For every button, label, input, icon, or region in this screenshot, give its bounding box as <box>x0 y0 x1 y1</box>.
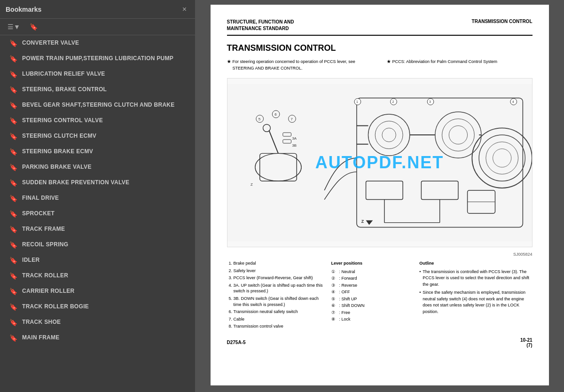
lever-label: : Reverse <box>339 282 358 289</box>
bookmark-item-sudden-brake[interactable]: 🔖 SUDDEN BRAKE PREVENTION VALVE <box>0 175 195 190</box>
bookmark-icon: 🔖 <box>9 195 17 202</box>
bookmark-icon: 🔖 <box>9 288 17 295</box>
bookmark-item-converter-valve[interactable]: 🔖 CONVERTER VALVE <box>0 35 195 51</box>
lever-num: ④ <box>331 289 338 296</box>
bookmark-item-track-shoe[interactable]: 🔖 TRACK SHOE <box>0 314 195 330</box>
outline-title: Outline <box>419 260 532 267</box>
bookmark-item-power-train-pump[interactable]: 🔖 POWER TRAIN PUMP,STEERING LUBRICATION … <box>0 51 195 66</box>
bookmark-add-button[interactable]: 🔖 <box>27 22 40 32</box>
pdf-bullet-section: ★For steering operation concerned to ope… <box>227 59 533 71</box>
parts-list: Brake pedalSafety leverPCCS lever (Forwa… <box>227 260 324 329</box>
lever-title: Lever positions <box>331 260 412 267</box>
bookmark-item-parking-brake[interactable]: 🔖 PARKING BRAKE VALVE <box>0 159 195 175</box>
bookmark-item-track-frame[interactable]: 🔖 TRACK FRAME <box>0 221 195 237</box>
bookmark-item-steering-clutch-ecmv[interactable]: 🔖 STEERING CLUTCH ECMV <box>0 128 195 144</box>
bookmark-label: TRACK FRAME <box>22 225 65 233</box>
lever-positions: ①: Neutral②: Forward③: Reverse④: OFF⑤: S… <box>331 269 412 323</box>
svg-text:3B: 3B <box>292 143 297 148</box>
lever-num: ③ <box>331 282 338 289</box>
lever-label: : Forward <box>339 275 357 282</box>
bookmark-label: STEERING CLUTCH ECMV <box>22 132 96 140</box>
view-options-button[interactable]: ☰▼ <box>5 22 23 32</box>
svg-text:5: 5 <box>258 117 260 121</box>
bullet1-text: For steering operation concerned to oper… <box>233 59 373 71</box>
pdf-main-title: TRANSMISSION CONTROL <box>227 43 533 53</box>
lever-label: : OFF <box>339 289 350 296</box>
bookmark-item-sprocket[interactable]: 🔖 SPROCKET <box>0 206 195 221</box>
bookmarks-panel: Bookmarks × ☰▼ 🔖 🔖 CONVERTER VALVE 🔖 POW… <box>0 0 195 392</box>
outline-bullet-text: The transmission is controlled with PCCS… <box>423 269 532 288</box>
bookmark-item-main-frame[interactable]: 🔖 MAIN FRAME <box>0 330 195 345</box>
fig-caption: SJ005824 <box>227 252 533 257</box>
bookmark-label: SUDDEN BRAKE PREVENTION VALVE <box>22 179 129 187</box>
svg-text:Z: Z <box>251 182 253 187</box>
lever-position-item: ④: OFF <box>331 289 412 296</box>
outline-content: •The transmission is controlled with PCC… <box>419 269 532 315</box>
bookmark-item-steering-brake-ecmv[interactable]: 🔖 STEERING BRAKE ECMV <box>0 144 195 159</box>
list-item-5: 3B. DOWN switch (Gear is shifted down ea… <box>234 296 324 307</box>
svg-text:1: 1 <box>356 100 358 103</box>
header-line2: MAINTENANCE STANDARD <box>227 25 294 32</box>
bookmark-item-idler[interactable]: 🔖 IDLER <box>0 252 195 268</box>
view-icon: ☰▼ <box>8 23 20 31</box>
bookmarks-title: Bookmarks <box>6 6 41 13</box>
bookmark-icon: 🔖 <box>9 164 17 171</box>
pdf-bullet-col-2: ★PCCS: Abbreviation for Palm Command Con… <box>387 59 533 71</box>
pdf-page: STRUCTURE, FUNCTION AND MAINTENANCE STAN… <box>211 5 549 385</box>
lever-position-item: ⑦: Free <box>331 310 412 316</box>
lever-position-item: ⑤: Shift UP <box>331 296 412 303</box>
bookmarks-toolbar: ☰▼ 🔖 <box>0 19 195 35</box>
bookmark-label: TRACK ROLLER <box>22 272 68 280</box>
bookmark-label: TRACK ROLLER BOGIE <box>22 303 89 311</box>
lever-position-item: ⑧: Lock <box>331 316 412 323</box>
close-button[interactable]: × <box>180 4 189 15</box>
bookmark-item-carrier-roller[interactable]: 🔖 CARRIER ROLLER <box>0 283 195 299</box>
footer-page: 10-21 (7) <box>520 337 533 348</box>
bullet1-star: ★ <box>227 59 231 71</box>
bookmark-label: STEERING CONTROL VALVE <box>22 117 103 125</box>
bookmark-label: POWER TRAIN PUMP,STEERING LUBRICATION PU… <box>22 55 173 63</box>
svg-text:4: 4 <box>512 100 514 103</box>
lever-num: ⑦ <box>331 310 338 316</box>
pdf-diagram: Z 3A 3B 5 6 7 <box>227 78 533 247</box>
outline-bullet-text: Since the safety mechanism is employed, … <box>423 290 532 315</box>
bookmark-label: SPROCKET <box>22 210 55 218</box>
list-item-4: 3A. UP switch (Gear is shifted up each t… <box>234 282 324 294</box>
bookmark-item-final-drive[interactable]: 🔖 FINAL DRIVE <box>0 190 195 206</box>
bookmark-label: FINAL DRIVE <box>22 194 59 202</box>
bookmark-label: RECOIL SPRING <box>22 241 68 249</box>
lever-label: : Neutral <box>339 269 355 275</box>
bookmark-label: STEERING BRAKE ECMV <box>22 148 93 156</box>
pdf-panel: STRUCTURE, FUNCTION AND MAINTENANCE STAN… <box>195 0 564 392</box>
pdf-header-left: STRUCTURE, FUNCTION AND MAINTENANCE STAN… <box>227 19 294 32</box>
bookmark-item-recoil-spring[interactable]: 🔖 RECOIL SPRING <box>0 237 195 252</box>
outline-bullet-star: • <box>419 290 421 315</box>
lever-position-item: ①: Neutral <box>331 269 412 275</box>
bookmark-item-track-roller[interactable]: 🔖 TRACK ROLLER <box>0 268 195 283</box>
bookmark-icon: 🔖 <box>9 210 17 218</box>
bookmark-label: MAIN FRAME <box>22 334 60 342</box>
lever-label: : Shift UP <box>339 296 357 303</box>
lever-num: ⑤ <box>331 296 338 303</box>
bookmark-item-steering-brake[interactable]: 🔖 STEERING, BRAKE CONTROL <box>0 82 195 97</box>
bookmark-label: CARRIER ROLLER <box>22 287 75 295</box>
pdf-col-lever: Lever positions ①: Neutral②: Forward③: R… <box>331 260 412 331</box>
list-item-3: PCCS lever (Forward-Reverse, Gear shift) <box>234 275 324 281</box>
list-item-8: Transmission control valve <box>234 323 324 329</box>
list-item-6: Transmission neutral safety switch <box>234 309 324 315</box>
svg-text:2: 2 <box>392 100 394 103</box>
lever-label: : Lock <box>339 316 351 323</box>
bookmark-icon: 🔖 <box>9 133 17 140</box>
bookmark-item-track-roller-bogie[interactable]: 🔖 TRACK ROLLER BOGIE <box>0 299 195 314</box>
bookmark-icon: 🔖 <box>9 257 17 264</box>
pdf-footer: D275A-5 10-21 (7) <box>227 337 533 348</box>
list-item-1: Brake pedal <box>234 260 324 267</box>
bookmark-item-steering-control[interactable]: 🔖 STEERING CONTROL VALVE <box>0 113 195 128</box>
bookmark-item-lubrication-relief[interactable]: 🔖 LUBRICATION RELIEF VALVE <box>0 66 195 82</box>
bookmark-label: BEVEL GEAR SHAFT,STEERING CLUTCH AND BRA… <box>22 101 175 109</box>
bookmark-icon: 🔖 <box>9 179 17 187</box>
bookmark-label: LUBRICATION RELIEF VALVE <box>22 70 105 78</box>
pdf-bullet-col-1: ★For steering operation concerned to ope… <box>227 59 373 71</box>
lever-num: ① <box>331 269 338 275</box>
bookmark-item-bevel-gear[interactable]: 🔖 BEVEL GEAR SHAFT,STEERING CLUTCH AND B… <box>0 97 195 113</box>
